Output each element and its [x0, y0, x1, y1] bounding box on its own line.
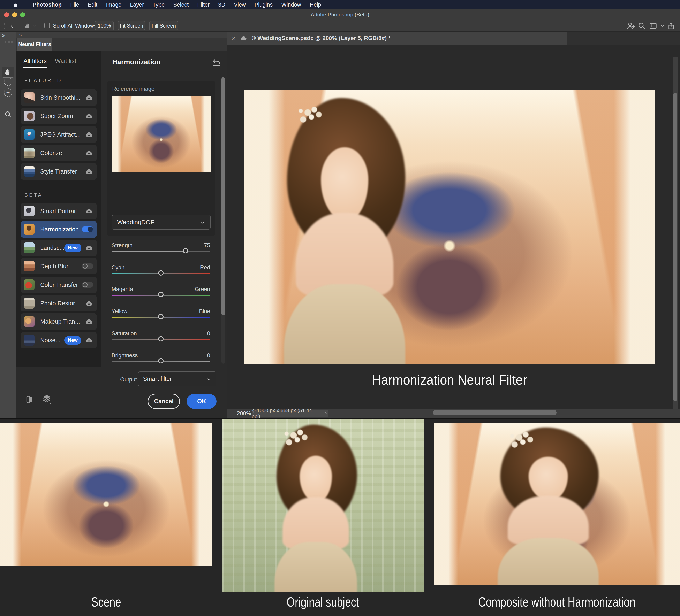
scrollbar-thumb[interactable]	[673, 93, 677, 401]
magenta-green-slider[interactable]	[112, 295, 210, 296]
cloud-download-icon[interactable]	[85, 112, 93, 120]
filter-style-transfer[interactable]: Style Transfer	[21, 163, 96, 180]
cloud-download-icon[interactable]	[85, 299, 93, 307]
filter-depth-blur[interactable]: Depth Blur	[21, 258, 96, 274]
caption-original-subject: Original subject	[242, 593, 403, 611]
filter-makeup-transfer[interactable]: Makeup Tran...	[21, 313, 96, 330]
vertical-scrollbar[interactable]	[673, 58, 678, 421]
cloud-download-icon[interactable]	[85, 318, 93, 325]
filter-harmonization-selected[interactable]: Harmonization	[21, 221, 96, 238]
filter-photo-restoration[interactable]: Photo Restor...	[21, 295, 96, 312]
horizontal-scrollbar-thumb[interactable]	[433, 410, 557, 415]
filter-jpeg-artifacts[interactable]: JPEG Artifact...	[21, 126, 96, 143]
reference-image-select[interactable]: WeddingDOF	[112, 215, 210, 230]
menu-filter[interactable]: Filter	[193, 2, 214, 8]
menu-plugins[interactable]: Plugins	[250, 2, 277, 8]
canvas-photo[interactable]	[244, 90, 655, 364]
filter-super-zoom[interactable]: Super Zoom	[21, 108, 96, 124]
menu-view[interactable]: View	[230, 2, 250, 8]
cloud-download-icon[interactable]	[85, 149, 93, 157]
slider-thumb[interactable]	[183, 248, 188, 254]
filter-noise-reduction[interactable]: Noise... New	[21, 332, 96, 348]
filter-thumbnail	[24, 111, 34, 121]
color-transfer-toggle-off[interactable]	[82, 282, 93, 288]
filter-color-transfer[interactable]: Color Transfer	[21, 276, 96, 293]
menu-file[interactable]: File	[66, 2, 84, 8]
zoom-tool[interactable]	[2, 109, 14, 120]
panel-collapse-icon[interactable]: «	[16, 32, 227, 38]
tab-all-filters[interactable]: All filters	[23, 58, 47, 68]
cloud-download-icon[interactable]	[85, 130, 93, 138]
layers-icon[interactable]	[41, 394, 52, 405]
chevron-right-icon[interactable]	[324, 410, 328, 416]
zoom-level-field[interactable]: 200%	[237, 409, 251, 418]
filter-landscape-mixer[interactable]: Landsc... New	[21, 240, 96, 256]
menu-photoshop[interactable]: Photoshop	[28, 2, 66, 8]
menu-help[interactable]: Help	[305, 2, 325, 8]
tab-wait-list[interactable]: Wait list	[55, 58, 76, 68]
add-selection-tool[interactable]: +	[2, 76, 14, 87]
canvas-caption: Harmonization Neural Filter	[256, 370, 643, 390]
tool-strip-drag-handle[interactable]	[4, 41, 13, 43]
hand-tool-active[interactable]	[2, 66, 15, 78]
workspace-switcher-icon[interactable]	[649, 22, 657, 30]
reset-icon[interactable]	[212, 58, 221, 67]
scroll-all-windows-checkbox[interactable]	[45, 23, 50, 28]
menu-image[interactable]: Image	[102, 2, 126, 8]
fit-screen-button[interactable]: Fit Screen	[118, 21, 145, 30]
hand-tool-dropdown-chevron-icon[interactable]	[33, 24, 36, 28]
slider-thumb[interactable]	[158, 336, 164, 342]
hand-tool-option-icon[interactable]	[24, 22, 31, 29]
slider-thumb[interactable]	[158, 292, 164, 297]
cloud-download-icon[interactable]	[85, 207, 93, 215]
search-icon[interactable]	[638, 22, 646, 30]
preview-compare-icon[interactable]	[25, 395, 33, 404]
toolbar-drag-handle[interactable]	[2, 23, 4, 29]
saturation-slider[interactable]	[112, 339, 210, 340]
filter-smart-portrait[interactable]: Smart Portrait	[21, 203, 96, 219]
filter-skin-smoothing[interactable]: Skin Smoothi...	[21, 89, 96, 106]
menu-type[interactable]: Type	[148, 2, 169, 8]
brightness-slider[interactable]	[112, 361, 210, 362]
reference-image-thumbnail[interactable]	[112, 96, 210, 173]
subtract-selection-tool[interactable]: −	[2, 87, 14, 98]
add-account-icon[interactable]	[627, 22, 635, 30]
document-size-info[interactable]: © 1000 px x 668 px (51.44 ppi)	[252, 410, 328, 417]
ok-button[interactable]: OK	[187, 394, 217, 409]
slider-thumb[interactable]	[158, 270, 164, 275]
slider-thumb[interactable]	[158, 314, 164, 319]
slider-thumb[interactable]	[158, 358, 164, 363]
menu-window[interactable]: Window	[277, 2, 305, 8]
depth-blur-toggle-off[interactable]	[82, 263, 93, 269]
share-icon[interactable]	[667, 22, 675, 30]
menu-edit[interactable]: Edit	[84, 2, 102, 8]
fill-screen-button[interactable]: Fill Screen	[149, 21, 178, 30]
scrollbar-thumb[interactable]	[222, 77, 225, 315]
apple-menu-icon[interactable]	[9, 2, 23, 8]
cyan-red-slider[interactable]	[112, 273, 210, 274]
cloud-download-icon[interactable]	[85, 94, 93, 101]
harmonization-settings: Harmonization Reference image WeddingDOF…	[101, 51, 227, 366]
menu-3d[interactable]: 3D	[214, 2, 230, 8]
menu-layer[interactable]: Layer	[126, 2, 148, 8]
document-tab[interactable]: × © WeddingScene.psdc @ 200% (Layer 5, R…	[227, 32, 567, 45]
strength-slider[interactable]	[112, 251, 210, 252]
slider-value: 0	[207, 352, 210, 359]
cancel-button[interactable]: Cancel	[148, 394, 180, 409]
dock-expand-icon[interactable]: »	[2, 32, 5, 38]
close-tab-icon[interactable]: ×	[231, 34, 236, 42]
output-select[interactable]: Smart filter	[138, 372, 216, 386]
settings-scrollbar[interactable]	[222, 77, 225, 364]
caption-scene: Scene	[21, 593, 191, 611]
menu-select[interactable]: Select	[169, 2, 193, 8]
back-chevron-icon[interactable]	[9, 22, 15, 29]
zoom-100-button[interactable]: 100%	[95, 21, 114, 30]
chevron-down-icon[interactable]	[660, 23, 665, 28]
filter-colorize[interactable]: Colorize	[21, 145, 96, 161]
tab-neural-filters[interactable]: Neural Filters	[17, 38, 52, 51]
yellow-blue-slider[interactable]	[112, 317, 210, 318]
harmonization-toggle-on[interactable]	[82, 226, 93, 232]
cloud-download-icon[interactable]	[85, 168, 93, 175]
cloud-download-icon[interactable]	[85, 336, 93, 344]
cloud-download-icon[interactable]	[85, 244, 93, 252]
